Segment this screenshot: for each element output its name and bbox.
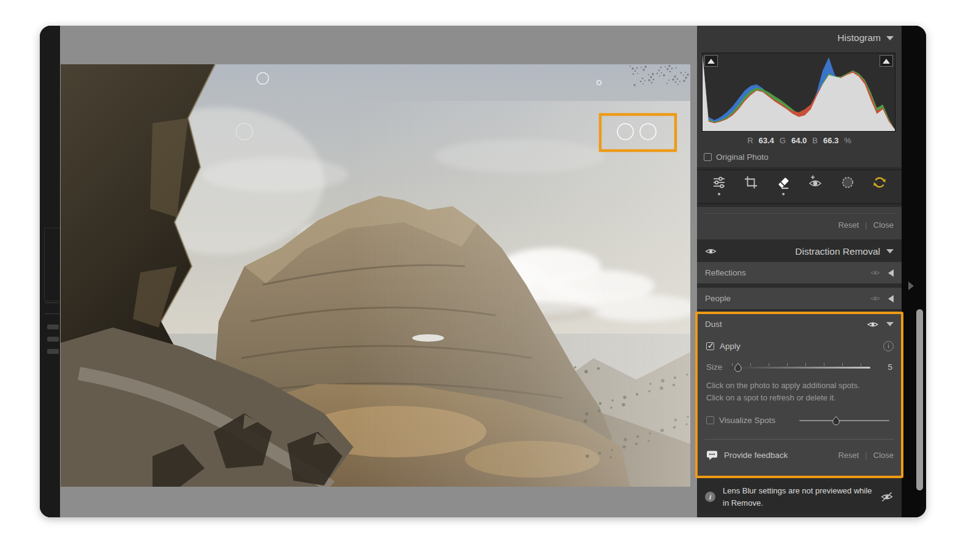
- eye-dim-icon[interactable]: [870, 295, 880, 302]
- reflections-label: Reflections: [705, 268, 746, 277]
- divider: |: [865, 220, 867, 230]
- tool-active-dot: [718, 193, 720, 195]
- shadow-clipping-icon: [707, 59, 715, 64]
- crop-icon: [744, 175, 758, 190]
- highlight-clipping-icon: [883, 59, 890, 64]
- g-value: 64.0: [791, 136, 807, 145]
- r-label: R: [747, 136, 753, 145]
- slider-track[interactable]: [729, 367, 870, 369]
- divider: [704, 439, 894, 440]
- dust-section: Dust Apply i Size: [697, 314, 902, 476]
- apply-label: Apply: [720, 342, 741, 351]
- size-value: 5: [888, 362, 892, 372]
- left-panel-divider: [45, 302, 59, 303]
- size-label: Size: [706, 362, 722, 372]
- right-panel: Histogram R 63.4 G 64.0 B 66.3 % Origina…: [697, 26, 902, 517]
- b-label: B: [812, 136, 818, 145]
- left-panel-control-fragment: [47, 324, 59, 329]
- size-slider-handle[interactable]: [734, 362, 742, 374]
- size-slider[interactable]: [729, 361, 870, 373]
- eye-off-icon[interactable]: [880, 492, 894, 502]
- reset-button[interactable]: Reset: [838, 220, 859, 230]
- b-value: 66.3: [823, 136, 839, 145]
- left-panel-sliver: [40, 26, 60, 517]
- original-photo-label: Original Photo: [716, 152, 769, 162]
- histogram-header[interactable]: Histogram: [697, 26, 902, 50]
- left-panel-fragment: [44, 228, 61, 301]
- slider-ticks: [732, 363, 868, 366]
- photo-canvas[interactable]: [61, 64, 690, 487]
- instructions-line-1: Click on the photo to apply additional s…: [706, 380, 892, 392]
- divider: |: [865, 451, 867, 460]
- visualize-spots-label: Visualize Spots: [719, 416, 775, 425]
- visualize-slider-handle[interactable]: [832, 416, 840, 427]
- eye-dim-icon[interactable]: [870, 269, 880, 276]
- provide-feedback-button[interactable]: Provide feedback: [724, 451, 788, 460]
- histogram-plot[interactable]: [702, 53, 895, 132]
- left-panel-control-fragment: [47, 337, 59, 342]
- tool-masking[interactable]: [837, 175, 858, 195]
- visualize-slider[interactable]: [799, 414, 889, 427]
- histogram-chart: [703, 53, 895, 131]
- landscape-photo: [61, 64, 690, 487]
- adjust-sliders-icon: [712, 175, 726, 190]
- lens-blur-info-bar: i Lens Blur settings are not previewed w…: [697, 481, 902, 513]
- tool-crop[interactable]: [741, 175, 761, 195]
- slider-track[interactable]: [799, 420, 889, 421]
- expand-left-triangle-icon[interactable]: [888, 269, 894, 277]
- close-button[interactable]: Close: [873, 451, 894, 460]
- people-label: People: [705, 294, 731, 303]
- masking-icon: [840, 175, 855, 190]
- original-photo-checkbox[interactable]: [704, 153, 712, 161]
- panel-gutter: [902, 26, 926, 517]
- info-line-2: in Remove.: [723, 497, 873, 509]
- red-eye-icon: [808, 175, 823, 190]
- left-panel-control-fragment: [47, 349, 59, 354]
- eraser-icon: [776, 175, 791, 190]
- eye-icon[interactable]: [867, 321, 878, 328]
- collapse-triangle-icon[interactable]: [886, 249, 894, 253]
- g-label: G: [780, 136, 786, 145]
- people-row[interactable]: People: [697, 288, 902, 309]
- expand-left-triangle-icon[interactable]: [888, 295, 894, 302]
- histogram-section: Histogram R 63.4 G 64.0 B 66.3 % Origina…: [697, 26, 902, 167]
- info-icon: i: [705, 492, 715, 502]
- tool-sync[interactable]: [869, 175, 890, 195]
- dust-instructions: Click on the photo to apply additional s…: [706, 380, 892, 404]
- dust-label: Dust: [705, 320, 722, 329]
- distraction-removal-header[interactable]: Distraction Removal: [697, 241, 902, 262]
- histogram-title: Histogram: [837, 32, 881, 43]
- collapse-triangle-icon[interactable]: [886, 36, 894, 40]
- sync-icon: [872, 175, 887, 190]
- panel-scrollbar[interactable]: [916, 309, 923, 490]
- tool-adjust[interactable]: [709, 175, 729, 195]
- info-line-1: Lens Blur settings are not previewed whi…: [723, 485, 873, 497]
- tool-red-eye[interactable]: [805, 175, 826, 195]
- tool-active-dot: [782, 193, 785, 195]
- rgb-readout: R 63.4 G 64.0 B 66.3 %: [697, 136, 902, 145]
- collapse-triangle-icon[interactable]: [886, 322, 894, 326]
- instructions-line-2: Click on a spot to refresh or delete it.: [706, 392, 892, 404]
- apply-checkbox[interactable]: [706, 342, 714, 350]
- distraction-removal-title: Distraction Removal: [795, 246, 880, 257]
- shadow-clipping-button[interactable]: [704, 55, 718, 67]
- eye-icon[interactable]: [705, 247, 717, 255]
- left-panel-divider: [45, 313, 59, 314]
- panel-expand-arrow[interactable]: [908, 282, 914, 290]
- info-icon[interactable]: i: [883, 341, 894, 351]
- visualize-spots-checkbox[interactable]: [706, 416, 714, 424]
- unit-label: %: [844, 136, 851, 145]
- reset-button[interactable]: Reset: [838, 451, 859, 460]
- r-value: 63.4: [759, 136, 774, 145]
- highlight-clipping-button[interactable]: [880, 55, 893, 67]
- reflections-row[interactable]: Reflections: [697, 262, 902, 283]
- close-button[interactable]: Close: [873, 220, 894, 230]
- tool-strip: [697, 170, 902, 204]
- scrolled-panel-bottom: Reset | Close: [697, 207, 902, 239]
- feedback-bubble-icon: [706, 450, 718, 460]
- divider: [703, 213, 895, 214]
- develop-canvas: [60, 26, 697, 517]
- tool-remove[interactable]: [773, 175, 794, 195]
- lightroom-window: Histogram R 63.4 G 64.0 B 66.3 % Origina…: [40, 26, 926, 517]
